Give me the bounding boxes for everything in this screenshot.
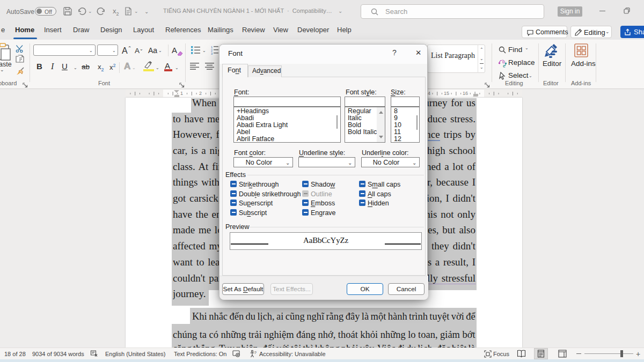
svg-text:?: ? (254, 350, 257, 355)
svg-text:3: 3 (211, 52, 213, 55)
